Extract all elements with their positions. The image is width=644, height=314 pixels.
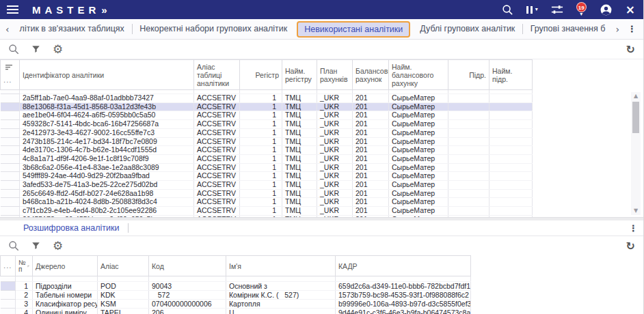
cell[interactable]: 1 [240,102,282,111]
cell[interactable]: _UKR [317,128,353,137]
cell[interactable]: _UKR [317,102,353,111]
cell[interactable]: _UKR [317,154,353,163]
cell[interactable]: 2 [16,291,33,300]
column-header-subdivision[interactable]: Підр. [448,60,489,90]
cell[interactable]: ACCSETRV [194,172,240,181]
row-handle[interactable] [1,137,20,146]
cell[interactable] [489,94,533,103]
cell[interactable]: _UKR [317,181,353,190]
cell[interactable] [489,137,533,146]
cell[interactable]: ТМЦ [282,154,317,163]
cell[interactable]: 2e412973-3e43-4627-9002-16cc55ffe7c3 [20,128,194,137]
cell[interactable] [489,207,533,216]
cell[interactable]: ТМЦ [282,189,317,198]
column-header-id[interactable]: Ідентифікатор аналітики [20,60,194,90]
row-handle[interactable] [1,309,16,314]
cell[interactable]: 201 [353,181,389,190]
row-handle[interactable] [1,181,20,190]
cell[interactable]: 1 [240,111,282,120]
cell[interactable]: ТМЦ [282,111,317,120]
cell[interactable]: 201 [353,146,389,155]
cell[interactable] [448,163,489,172]
row-handle[interactable] [1,146,20,155]
cell[interactable]: ACCSETRV [194,94,240,103]
cell[interactable]: Підрозділи [33,282,98,291]
cell[interactable]: ACCSETRV [194,198,240,207]
table-row[interactable]: 3afed533-de75-41a3-be25-22ce275d02bdACCS… [1,181,533,190]
cell[interactable] [448,137,489,146]
column-header-code[interactable]: Код [149,256,226,276]
scroll-up-icon[interactable]: ▲ [634,92,638,100]
cell[interactable]: СырьеМатер [389,137,448,146]
pause-button[interactable]: ▾ [526,6,538,14]
tab-duplicate-group-analytics[interactable]: Дублі групових аналітик [412,19,522,39]
cell[interactable]: _UKR [317,198,353,207]
cell[interactable]: ACCSETRV [194,120,240,129]
cell[interactable] [489,198,533,207]
cell[interactable] [489,181,533,190]
table-row[interactable]: 26455178-ae29-455f-bcea-2cf80e650c5bACCS… [1,215,533,217]
cell[interactable]: _UKR [317,94,353,103]
close-icon[interactable]: × [626,4,635,16]
cell[interactable] [448,189,489,198]
cell[interactable]: b99996e0-106a-4893-b97d-d3c5855f0ef3 [336,300,471,309]
refresh-icon[interactable]: ↻ [626,43,635,56]
cell[interactable]: ACCSETRV [194,111,240,120]
cell[interactable] [448,120,489,129]
cell[interactable]: 4 [16,309,33,314]
cell[interactable]: _UKR [317,146,353,155]
cell[interactable]: b468ca1b-a21b-4024-8d8b-250883f8d3c4 [20,198,194,207]
table-row[interactable]: c7f1cb29-e4eb-4ed4-80b2-2c105ee92286ACCS… [1,207,533,216]
scroll-down-icon[interactable]: ▼ [634,207,638,215]
cell[interactable]: 070400000000006 [149,300,226,309]
cell[interactable]: 201 [353,198,389,207]
cell[interactable] [448,207,489,216]
column-header-balance-account[interactable]: Балансовий рахунок [353,60,389,90]
row-menu-header[interactable]: ... [1,60,20,90]
cell[interactable] [489,102,533,111]
search-icon[interactable] [502,4,513,16]
grid-search-icon[interactable] [8,240,19,251]
cell[interactable]: _UKR [317,137,353,146]
cell[interactable]: 1 [240,207,282,216]
cell[interactable]: 3b68c6a2-056e-41e4-83ae-1e2aa88c3089 [20,163,194,172]
tab-analytics-in-linked-tables[interactable]: літик в зв'язаних таблицях [12,19,132,39]
cell[interactable] [448,198,489,207]
cell[interactable]: _UKR [317,120,353,129]
account-icon[interactable] [600,3,613,16]
table-row[interactable]: 3Класифікатор ресурсівKSM070400000000006… [1,300,471,309]
cell[interactable]: Картопля [226,300,336,309]
cell[interactable] [448,128,489,137]
row-handle[interactable] [1,300,16,309]
cell[interactable]: 1 [240,181,282,190]
cell[interactable]: POD [98,282,149,291]
cell[interactable]: ТМЦ [282,172,317,181]
row-handle[interactable] [1,94,20,103]
cell[interactable]: ТМЦ [282,128,317,137]
table-row[interactable]: 2e412973-3e43-4627-9002-16cc55ffe7c3ACCS… [1,128,533,137]
cell[interactable]: Класифікатор ресурсів [33,300,98,309]
cell[interactable]: СырьеМатер [389,94,448,103]
cell[interactable]: _UKR [317,215,353,217]
cell[interactable]: 549fff89-24ae-44d0-9d29-20f2baa9fbad [20,172,194,181]
cell[interactable] [489,154,533,163]
cell[interactable]: ТМЦ [282,120,317,129]
row-handle[interactable] [1,163,20,172]
tabs-scroll-left-icon[interactable]: ‹ [3,24,12,35]
cell[interactable] [448,215,489,217]
cell[interactable]: 201 [353,111,389,120]
cell[interactable]: c7f1cb29-e4eb-4ed4-80b2-2c105ee92286 [20,207,194,216]
cell[interactable]: 572 [149,291,226,300]
cell[interactable]: СырьеМатер [389,146,448,155]
column-header-alias[interactable]: Аліас [98,256,149,276]
cell[interactable]: ACCSETRV [194,215,240,217]
cell[interactable]: _UKR [317,111,353,120]
cell[interactable]: ТМЦ [282,181,317,190]
cell[interactable]: 201 [353,128,389,137]
cell[interactable]: 1 [240,94,282,103]
cell[interactable]: ACCSETRV [194,137,240,146]
cell[interactable] [448,146,489,155]
settings-gear-icon[interactable]: ⚙ [53,239,63,253]
cell[interactable]: СырьеМатер [389,181,448,190]
column-header-chart-of-accounts[interactable]: План рахунків [317,60,353,90]
